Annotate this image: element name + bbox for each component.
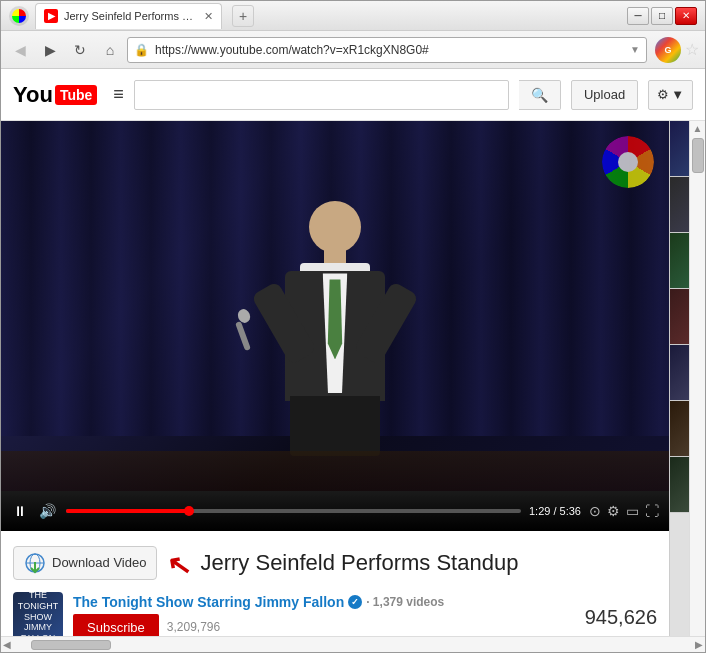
nav-bar: ◀ ▶ ↻ ⌂ 🔒 https://www.youtube.com/watch?… bbox=[1, 31, 705, 69]
scroll-thumb[interactable] bbox=[692, 138, 704, 173]
refresh-button[interactable]: ↻ bbox=[67, 37, 93, 63]
settings-button[interactable]: ⚙ ▼ bbox=[648, 80, 693, 110]
title-bar: ▶ Jerry Seinfeld Performs St... ✕ + ─ □ … bbox=[1, 1, 705, 31]
settings-dropdown-arrow: ▼ bbox=[671, 87, 684, 102]
scroll-left-arrow[interactable]: ◀ bbox=[3, 639, 11, 650]
minimize-button[interactable]: ─ bbox=[627, 7, 649, 25]
scroll-right-arrow[interactable]: ▶ bbox=[695, 639, 703, 650]
sidebar-thumb-1[interactable] bbox=[670, 121, 689, 177]
subscribe-button[interactable]: Subscribe bbox=[73, 614, 159, 637]
menu-icon[interactable]: ≡ bbox=[113, 84, 124, 105]
home-button[interactable]: ⌂ bbox=[97, 37, 123, 63]
video-settings-icon[interactable]: ⚙ bbox=[607, 503, 620, 519]
window-controls: ─ □ ✕ bbox=[627, 7, 697, 25]
subscriber-count: 3,209,796 bbox=[167, 620, 220, 634]
settings-icon: ⚙ bbox=[657, 87, 669, 102]
sidebar-thumb-6[interactable] bbox=[670, 401, 689, 457]
active-tab[interactable]: ▶ Jerry Seinfeld Performs St... ✕ bbox=[35, 3, 222, 29]
address-bar[interactable]: 🔒 https://www.youtube.com/watch?v=xR1ckg… bbox=[127, 37, 647, 63]
nbc-watermark bbox=[602, 136, 654, 188]
address-dropdown-arrow[interactable]: ▼ bbox=[630, 44, 640, 55]
download-video-label: Download Video bbox=[52, 555, 146, 570]
ctrl-right: ⊙ ⚙ ▭ ⛶ bbox=[589, 503, 659, 519]
content-area: ⏸ 🔊 1:29 / 5:36 ⊙ ⚙ ▭ ⛶ bbox=[1, 121, 669, 636]
search-input[interactable] bbox=[134, 80, 509, 110]
channel-row: THETONIGHTSHOWJIMMYFALLON The Tonight Sh… bbox=[13, 592, 657, 636]
stage-floor bbox=[1, 451, 669, 491]
h-scroll-track[interactable] bbox=[11, 640, 695, 650]
download-icon bbox=[24, 552, 46, 574]
channel-name[interactable]: The Tonight Show Starring Jimmy Fallon ✓… bbox=[73, 594, 575, 610]
channel-thumbnail[interactable]: THETONIGHTSHOWJIMMYFALLON bbox=[13, 592, 63, 636]
miniplayer-icon[interactable]: ▭ bbox=[626, 503, 639, 519]
lock-icon: 🔒 bbox=[134, 43, 149, 57]
forward-button[interactable]: ▶ bbox=[37, 37, 63, 63]
channel-videos-count: · 1,379 videos bbox=[366, 595, 444, 609]
close-button[interactable]: ✕ bbox=[675, 7, 697, 25]
bookmark-star-icon[interactable]: ☆ bbox=[685, 40, 699, 59]
youtube-toolbar: YouTube ≡ 🔍 Upload ⚙ ▼ bbox=[1, 69, 705, 121]
performer-figure bbox=[235, 201, 435, 461]
main-scrollbar[interactable]: ▲ bbox=[689, 121, 705, 636]
progress-dot bbox=[184, 506, 194, 516]
maximize-button[interactable]: □ bbox=[651, 7, 673, 25]
youtube-logo: YouTube bbox=[13, 82, 97, 108]
video-title: Jerry Seinfeld Performs Standup bbox=[200, 550, 518, 576]
red-arrow-annotation: ↙ bbox=[165, 549, 193, 585]
play-pause-button[interactable]: ⏸ bbox=[11, 501, 29, 521]
verified-badge: ✓ bbox=[348, 595, 362, 609]
title-bar-left: ▶ Jerry Seinfeld Performs St... ✕ + bbox=[9, 3, 627, 29]
progress-fill bbox=[66, 509, 189, 513]
address-text: https://www.youtube.com/watch?v=xR1ckgXN… bbox=[155, 43, 624, 57]
sidebar-thumb-7[interactable] bbox=[670, 457, 689, 513]
sidebar-thumbnails bbox=[669, 121, 689, 636]
sidebar-thumb-4[interactable] bbox=[670, 289, 689, 345]
sidebar-thumb-3[interactable] bbox=[670, 233, 689, 289]
sidebar-thumb-2[interactable] bbox=[670, 177, 689, 233]
tab-close-button[interactable]: ✕ bbox=[204, 10, 213, 23]
upload-button[interactable]: Upload bbox=[571, 80, 638, 110]
google-icon: G bbox=[655, 37, 681, 63]
captions-icon[interactable]: ⊙ bbox=[589, 503, 601, 519]
progress-bar[interactable] bbox=[66, 509, 521, 513]
current-time: 1:29 bbox=[529, 505, 550, 517]
total-time: 5:36 bbox=[560, 505, 581, 517]
main-content: ⏸ 🔊 1:29 / 5:36 ⊙ ⚙ ▭ ⛶ bbox=[1, 121, 705, 636]
back-button[interactable]: ◀ bbox=[7, 37, 33, 63]
browser-logo bbox=[9, 6, 29, 26]
volume-button[interactable]: 🔊 bbox=[37, 501, 58, 521]
video-controls: ⏸ 🔊 1:29 / 5:36 ⊙ ⚙ ▭ ⛶ bbox=[1, 491, 669, 531]
tab-favicon: ▶ bbox=[44, 9, 58, 23]
search-button[interactable]: 🔍 bbox=[519, 80, 561, 110]
youtube-logo-you: You bbox=[13, 82, 53, 108]
view-count: 945,626 bbox=[585, 606, 657, 629]
subscribe-row: Subscribe 3,209,796 bbox=[73, 614, 575, 637]
video-frame[interactable] bbox=[1, 121, 669, 491]
horizontal-scrollbar[interactable]: ◀ ▶ bbox=[1, 636, 705, 652]
time-display: 1:29 / 5:36 bbox=[529, 505, 581, 517]
browser-window: ▶ Jerry Seinfeld Performs St... ✕ + ─ □ … bbox=[0, 0, 706, 653]
sidebar-thumb-5[interactable] bbox=[670, 345, 689, 401]
h-scroll-thumb[interactable] bbox=[31, 640, 111, 650]
channel-info: The Tonight Show Starring Jimmy Fallon ✓… bbox=[73, 594, 575, 637]
scroll-up-arrow[interactable]: ▲ bbox=[693, 123, 703, 134]
new-tab-button[interactable]: + bbox=[232, 5, 254, 27]
nav-extra: G ☆ bbox=[655, 37, 699, 63]
below-video: Download Video ↙ Jerry Seinfeld Performs… bbox=[1, 531, 669, 636]
video-title-row: Download Video ↙ Jerry Seinfeld Performs… bbox=[13, 541, 657, 584]
fullscreen-icon[interactable]: ⛶ bbox=[645, 503, 659, 519]
download-video-button[interactable]: Download Video bbox=[13, 546, 157, 580]
tab-title: Jerry Seinfeld Performs St... bbox=[64, 10, 194, 22]
video-player[interactable]: ⏸ 🔊 1:29 / 5:36 ⊙ ⚙ ▭ ⛶ bbox=[1, 121, 669, 531]
youtube-logo-tube: Tube bbox=[55, 85, 97, 105]
